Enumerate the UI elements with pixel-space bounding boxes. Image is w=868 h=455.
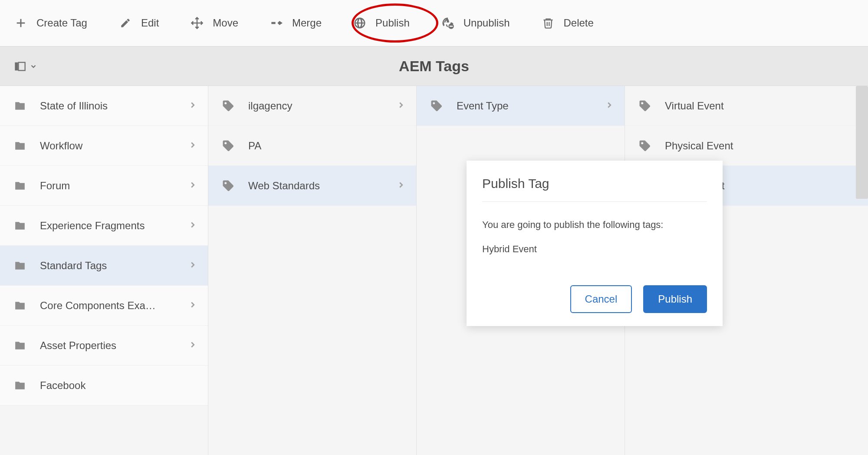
rail-toggle-button[interactable] [13,60,37,73]
tag-icon [208,179,248,192]
tag-row[interactable]: PA [208,126,416,166]
svg-rect-10 [15,62,18,70]
folder-row[interactable]: Workflow [0,126,208,166]
row-label: Physical Event [665,140,858,152]
chevron-right-icon [188,140,197,152]
header-bar: AEM Tags [0,47,868,86]
chevron-right-icon [605,100,614,112]
pencil-icon [118,15,133,31]
cancel-button[interactable]: Cancel [570,285,632,313]
tag-row[interactable]: Event Type [417,86,625,126]
chevron-right-icon [188,340,197,351]
tag-icon [625,139,665,152]
svg-marker-5 [279,21,283,25]
chevron-right-icon [188,300,197,311]
row-label: Experience Fragments [40,220,188,232]
folder-icon [0,180,40,191]
row-label: Standard Tags [40,260,188,272]
row-label: PA [248,140,406,152]
chevron-right-icon [188,180,197,191]
tag-icon [208,99,248,112]
column-0: State of IllinoisWorkflowForumExperience… [0,86,208,455]
column-browser: State of IllinoisWorkflowForumExperience… [0,86,868,455]
dialog-actions: Cancel Publish [482,285,707,313]
folder-icon [0,300,40,311]
folder-icon [0,100,40,112]
scrollbar[interactable] [856,86,868,199]
folder-icon [0,220,40,231]
row-label: Event Type [457,100,605,112]
dialog-title: Publish Tag [482,176,707,202]
folder-row[interactable]: State of Illinois [0,86,208,126]
trash-icon [540,15,556,31]
globe-icon [352,15,368,31]
folder-icon [0,340,40,351]
rail-icon [13,60,27,73]
dialog-tag-name: Hybrid Event [482,244,707,255]
column-1: ilgagencyPAWeb Standards [208,86,417,455]
publish-dialog: Publish Tag You are going to publish the… [467,161,723,326]
move-icon [189,15,205,31]
move-button[interactable]: Move [185,12,243,34]
row-label: Virtual Event [665,100,858,112]
tag-icon [208,139,248,152]
merge-icon [269,15,284,31]
folder-row[interactable]: Standard Tags [0,246,208,286]
row-label: Asset Properties [40,340,188,352]
delete-button[interactable]: Delete [536,12,598,34]
folder-row[interactable]: Asset Properties [0,326,208,366]
dialog-message: You are going to publish the following t… [482,219,707,231]
chevron-right-icon [188,260,197,271]
row-label: Facebook [40,379,197,392]
tag-row[interactable]: Virtual Event [625,86,868,126]
chevron-right-icon [396,100,406,112]
row-label: ilgagency [248,100,396,112]
publish-label: Publish [375,17,410,29]
row-label: Web Standards [248,180,396,192]
chevron-right-icon [188,220,197,231]
unpublish-label: Unpublish [464,17,510,29]
folder-icon [0,140,40,152]
chevron-right-icon [188,100,197,112]
row-label: Core Components Exa… [40,300,188,312]
tag-icon [625,99,665,112]
edit-label: Edit [141,17,159,29]
svg-rect-7 [450,26,453,27]
folder-icon [0,260,40,271]
page-title: AEM Tags [399,58,469,75]
chevron-down-icon [30,63,37,70]
globe-remove-icon [440,15,456,31]
plus-icon [13,15,29,31]
row-label: Workflow [40,140,188,152]
folder-row[interactable]: Facebook [0,366,208,406]
delete-label: Delete [564,17,594,29]
folder-icon [0,380,40,391]
chevron-right-icon [396,180,406,191]
unpublish-button[interactable]: Unpublish [436,12,514,34]
folder-row[interactable]: Forum [0,166,208,206]
confirm-publish-button[interactable]: Publish [643,285,707,313]
merge-label: Merge [292,17,322,29]
tag-row[interactable]: Physical Event [625,126,868,166]
tag-icon [417,99,457,112]
tag-row[interactable]: ilgagency [208,86,416,126]
publish-button[interactable]: Publish [348,12,414,34]
create-tag-label: Create Tag [36,17,87,29]
row-label: State of Illinois [40,100,188,112]
svg-rect-11 [19,62,25,70]
folder-row[interactable]: Experience Fragments [0,206,208,246]
create-tag-button[interactable]: Create Tag [9,12,92,34]
move-label: Move [213,17,238,29]
svg-rect-4 [271,22,275,24]
folder-row[interactable]: Core Components Exa… [0,286,208,326]
edit-button[interactable]: Edit [113,12,163,34]
row-label: Forum [40,180,188,192]
merge-button[interactable]: Merge [264,12,326,34]
action-toolbar: Create Tag Edit Move Merge Publish Unpub… [0,0,868,47]
tag-row[interactable]: Web Standards [208,166,416,206]
